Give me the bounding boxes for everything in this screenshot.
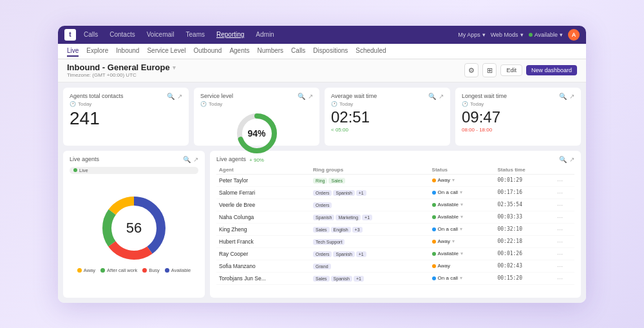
status-text: On a call — [438, 189, 459, 195]
stat-value: 02:51 — [331, 110, 444, 125]
web-mods-btn[interactable]: Web Mods ▾ — [491, 32, 524, 38]
table-row: Naha ColungaSpanishMarketing+1Available … — [216, 211, 574, 223]
table-row: Salome FerrariOrdersSpanish+1On a call ▾… — [216, 186, 574, 198]
ring-groups: Tech Support — [310, 235, 430, 247]
stat-icons: 🔍 ↗ — [298, 93, 313, 100]
nav-calls[interactable]: Calls — [81, 30, 100, 39]
expand-icon[interactable]: ↗ — [193, 156, 198, 163]
more-options[interactable]: ··· — [554, 223, 574, 235]
more-options[interactable]: ··· — [554, 260, 574, 272]
chevron-down-icon[interactable]: ▾ — [460, 189, 462, 195]
more-options[interactable]: ··· — [554, 186, 574, 198]
status-dot — [432, 191, 436, 195]
subnav-dispositions[interactable]: Dispositions — [313, 46, 348, 57]
grid-button[interactable]: ⊞ — [482, 63, 497, 77]
status-cell: Away ▾ — [430, 174, 495, 186]
search-icon[interactable]: 🔍 — [167, 93, 175, 100]
chevron-down-icon[interactable]: ▾ — [460, 226, 462, 232]
settings-button[interactable]: ⚙ — [464, 63, 478, 77]
stat-label: Average wait time — [331, 93, 377, 99]
stat-icons: 🔍 ↗ — [167, 93, 182, 100]
legend-after-call: After call work — [100, 267, 137, 273]
more-options[interactable]: ··· — [554, 211, 574, 223]
expand-icon[interactable]: ↗ — [177, 93, 182, 100]
avatar[interactable]: A — [568, 29, 580, 41]
edit-button[interactable]: Edit — [500, 64, 522, 76]
subnav-numbers[interactable]: Numbers — [258, 46, 284, 57]
tag: Spanish — [333, 190, 354, 196]
service-donut-wrapper: 94% — [200, 110, 313, 156]
agent-name: Naha Colunga — [216, 211, 310, 223]
title-chevron-icon[interactable]: ▾ — [173, 64, 176, 71]
page-header: Inbound - General Europe ▾ Timezone: (GM… — [58, 59, 586, 82]
expand-icon[interactable]: ↗ — [439, 93, 444, 100]
page-title-text: Inbound - General Europe — [67, 63, 170, 72]
subnav-agents[interactable]: Agents — [229, 46, 249, 57]
agent-name: Salome Ferrari — [216, 186, 310, 198]
more-options[interactable]: ··· — [554, 174, 574, 186]
more-options[interactable]: ··· — [554, 198, 574, 211]
available-color — [165, 268, 169, 273]
live-agents-total: 56 — [126, 220, 142, 236]
top-nav-right: My Apps ▾ Web Mods ▾ Available ▾ A — [458, 29, 580, 41]
stat-value: 241 — [70, 110, 182, 128]
subnav-explore[interactable]: Explore — [86, 46, 108, 57]
live-period: Live — [79, 168, 88, 173]
chevron-down-icon: ▾ — [560, 32, 563, 38]
search-icon[interactable]: 🔍 — [298, 93, 305, 100]
tag: Ring — [313, 178, 327, 184]
more-options[interactable]: ··· — [554, 272, 574, 284]
more-options[interactable]: ··· — [554, 247, 574, 260]
subnav-live[interactable]: Live — [67, 46, 79, 57]
live-badge: Live — [70, 167, 198, 174]
search-icon[interactable]: 🔍 — [559, 156, 567, 163]
expand-icon[interactable]: ↗ — [569, 156, 574, 163]
chevron-down-icon[interactable]: ▾ — [460, 214, 463, 220]
ring-groups: SpanishMarketing+1 — [310, 211, 430, 223]
chevron-down-icon[interactable]: ▾ — [460, 202, 463, 207]
my-apps-btn[interactable]: My Apps ▾ — [458, 32, 486, 38]
subnav-calls[interactable]: Calls — [291, 46, 305, 57]
status-dot — [432, 264, 436, 268]
status-time: 00:22:18 — [495, 235, 554, 247]
stat-label: Longest wait time — [462, 93, 507, 99]
more-options[interactable]: ··· — [554, 235, 574, 247]
expand-icon[interactable]: ↗ — [569, 93, 574, 100]
nav-contacts[interactable]: Contacts — [107, 30, 137, 39]
ring-groups: RingSales — [310, 174, 430, 186]
expand-icon[interactable]: ↗ — [308, 93, 313, 100]
ring-groups: OrdersSpanish+1 — [310, 186, 430, 198]
status-cell: Away — [430, 260, 495, 272]
chevron-down-icon[interactable]: ▾ — [460, 251, 463, 256]
nav-reporting[interactable]: Reporting — [214, 30, 247, 39]
chevron-down-icon[interactable]: ▾ — [452, 238, 455, 244]
subnav-scheduled[interactable]: Scheduled — [355, 46, 386, 57]
chevron-down-icon[interactable]: ▾ — [460, 275, 462, 281]
search-icon[interactable]: 🔍 — [559, 93, 567, 100]
search-icon[interactable]: 🔍 — [183, 156, 191, 163]
away-label: Away — [84, 267, 95, 273]
service-level-value: 94% — [247, 128, 265, 139]
nav-voicemail[interactable]: Voicemail — [144, 30, 177, 39]
nav-teams[interactable]: Teams — [184, 30, 207, 39]
subnav-outbound[interactable]: Outbound — [193, 46, 222, 57]
chevron-down-icon[interactable]: ▾ — [452, 177, 455, 183]
search-icon[interactable]: 🔍 — [428, 93, 436, 100]
stat-date: 🕐Today — [70, 101, 182, 107]
subnav-service-level[interactable]: Service Level — [147, 46, 185, 57]
stat-agents-total: Agents total contacts 🔍 ↗ 🕐Today 241 — [63, 88, 189, 146]
nav-admin[interactable]: Admin — [253, 30, 276, 39]
available-status-btn[interactable]: Available ▾ — [529, 32, 563, 38]
tag: Orders — [313, 190, 332, 196]
top-nav-links: Calls Contacts Voicemail Teams Reporting… — [81, 30, 458, 39]
tag: Sales — [313, 276, 330, 282]
table-row: Veerle de BreeOrdersAvailable ▾02:35:54·… — [216, 198, 574, 211]
tag: Sales — [313, 227, 330, 233]
table-row: King ZhengSalesEnglish+3On a call ▾00:32… — [216, 223, 574, 235]
main-content: Agents total contacts 🔍 ↗ 🕐Today 241 Ser… — [58, 82, 586, 303]
subnav-inbound[interactable]: Inbound — [116, 46, 139, 57]
live-agents-table-card: Live agents 🔍 ↗ Agent Ring groups Status — [210, 151, 581, 298]
table-row: Peter TaylorRingSalesAway ▾00:01:29··· — [216, 174, 574, 186]
new-dashboard-button[interactable]: New dashboard — [526, 65, 577, 75]
tag: +1 — [356, 251, 366, 257]
